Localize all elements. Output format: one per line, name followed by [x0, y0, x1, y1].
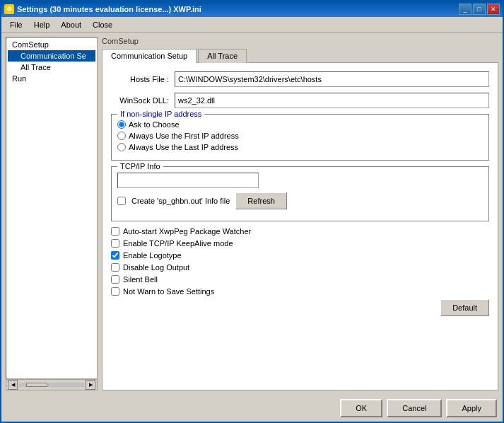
checkbox-enable-logo-label: Enable Logotype — [123, 251, 182, 260]
title-bar-controls: _ □ ✕ — [459, 4, 500, 15]
menu-help[interactable]: Help — [28, 19, 56, 30]
checkbox-disable-log[interactable] — [111, 263, 119, 272]
winsock-dll-row: WinSock DLL: — [111, 93, 489, 108]
winsock-dll-label: WinSock DLL: — [111, 96, 175, 105]
checkbox-disable-log-label: Disable Log Output — [123, 263, 189, 272]
checkbox-auto-start-label: Auto-start XwpPeg Package Watcher — [123, 227, 251, 236]
checkbox-silent-bell-row: Silent Bell — [111, 275, 489, 284]
scroll-thumb — [26, 383, 47, 387]
checkbox-enable-tcp[interactable] — [111, 239, 119, 248]
checkbox-enable-logo-row: Enable Logotype — [111, 251, 489, 260]
radio-first-label: Always Use the First IP address — [129, 132, 239, 140]
tab-strip: Communication Setup All Trace — [102, 48, 498, 63]
checkbox-auto-start-row: Auto-start XwpPeg Package Watcher — [111, 227, 489, 236]
menu-close[interactable]: Close — [87, 19, 118, 30]
refresh-button[interactable]: Refresh — [235, 192, 287, 209]
tcpip-input-row — [117, 173, 483, 188]
ok-button[interactable]: OK — [340, 399, 382, 417]
minimize-button[interactable]: _ — [459, 4, 471, 15]
radio-last[interactable] — [117, 143, 126, 151]
sidebar-scrollbar[interactable]: ◀ ▶ — [6, 379, 98, 390]
maximize-button[interactable]: □ — [473, 4, 486, 15]
sidebar-list: ComSetup Communication Se All Trace Run — [6, 37, 98, 379]
hosts-file-row: Hosts File : — [111, 71, 489, 87]
ip-group-box: If non-single IP address Ask to Choose A… — [111, 114, 489, 161]
main-panel: ComSetup Communication Setup All Trace H… — [102, 37, 498, 390]
checkbox-not-warn-label: Not Warn to Save Settings — [123, 287, 214, 296]
radio-first[interactable] — [117, 132, 126, 140]
radio-last-label: Always Use the Last IP address — [129, 143, 238, 151]
default-row: Default — [111, 299, 489, 316]
close-button[interactable]: ✕ — [487, 4, 500, 15]
checkbox-not-warn[interactable] — [111, 287, 119, 296]
window-title: Settings (30 minutes evaluation license.… — [17, 5, 201, 13]
radio-ask-label: Ask to Choose — [129, 120, 180, 129]
scroll-left-btn[interactable]: ◀ — [8, 380, 18, 390]
cancel-button[interactable]: Cancel — [387, 399, 442, 417]
title-bar-text: ⚙ Settings (30 minutes evaluation licens… — [4, 4, 201, 14]
create-info-row: Create 'sp_ghbn.out' Info file Refresh — [117, 192, 483, 209]
content-area: ComSetup Communication Se All Trace Run … — [1, 33, 503, 395]
hosts-file-input[interactable] — [175, 71, 489, 87]
apply-button[interactable]: Apply — [446, 399, 497, 417]
title-bar: ⚙ Settings (30 minutes evaluation licens… — [1, 1, 503, 17]
tcpip-input[interactable] — [117, 173, 259, 188]
checkbox-enable-logo[interactable] — [111, 251, 119, 260]
menu-about[interactable]: About — [55, 19, 87, 30]
winsock-dll-input[interactable] — [175, 93, 489, 108]
scroll-track — [19, 383, 84, 387]
create-info-checkbox[interactable] — [117, 197, 126, 205]
sidebar-item-comsetup[interactable]: ComSetup — [8, 39, 95, 50]
checkbox-enable-tcp-label: Enable TCP/IP KeepAlive mode — [123, 239, 233, 248]
checkbox-silent-bell-label: Silent Bell — [123, 275, 158, 284]
radio-last-row: Always Use the Last IP address — [117, 143, 483, 151]
checkbox-enable-tcp-row: Enable TCP/IP KeepAlive mode — [111, 239, 489, 248]
tcpip-group: TCP/IP Info Create 'sp_ghbn.out' Info fi… — [111, 166, 489, 221]
sidebar-container: ComSetup Communication Se All Trace Run … — [6, 37, 98, 390]
ip-group-label: If non-single IP address — [117, 110, 204, 118]
sidebar-item-communication-setup[interactable]: Communication Se — [8, 50, 95, 62]
checkbox-auto-start[interactable] — [111, 227, 119, 236]
tab-all-trace[interactable]: All Trace — [198, 49, 247, 63]
menu-bar: File Help About Close — [1, 17, 503, 33]
menu-file[interactable]: File — [4, 19, 28, 30]
footer-buttons: OK Cancel Apply — [1, 395, 503, 422]
sidebar-item-all-trace[interactable]: All Trace — [8, 62, 95, 73]
panel-label: ComSetup — [102, 37, 498, 45]
tab-communication-setup[interactable]: Communication Setup — [102, 49, 197, 63]
sidebar-item-run[interactable]: Run — [8, 73, 95, 84]
scroll-right-btn[interactable]: ▶ — [86, 380, 95, 390]
radio-first-row: Always Use the First IP address — [117, 132, 483, 140]
app-icon: ⚙ — [4, 4, 14, 14]
tab-content: Hosts File : WinSock DLL: If non-single … — [102, 63, 498, 390]
main-window: ⚙ Settings (30 minutes evaluation licens… — [0, 0, 504, 423]
radio-ask-row: Ask to Choose — [117, 120, 483, 129]
checkbox-disable-log-row: Disable Log Output — [111, 263, 489, 272]
tcpip-group-label: TCP/IP Info — [117, 162, 163, 170]
radio-ask[interactable] — [117, 120, 126, 129]
hosts-file-label: Hosts File : — [111, 75, 175, 83]
checkbox-silent-bell[interactable] — [111, 275, 119, 284]
checkbox-not-warn-row: Not Warn to Save Settings — [111, 287, 489, 296]
default-button[interactable]: Default — [440, 299, 489, 316]
create-info-label: Create 'sp_ghbn.out' Info file — [131, 197, 230, 205]
